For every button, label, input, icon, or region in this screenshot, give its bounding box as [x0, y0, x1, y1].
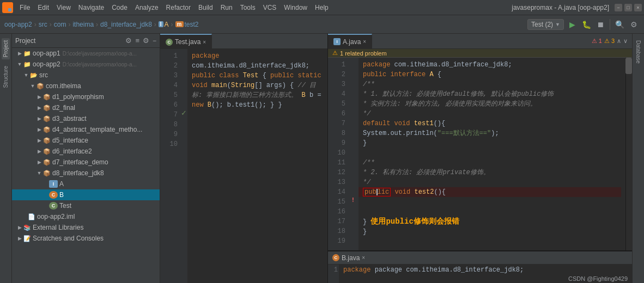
- right-scrollbar[interactable]: [625, 58, 632, 250]
- breadcrumb-src[interactable]: src: [39, 21, 47, 28]
- menu-build[interactable]: Build: [195, 3, 216, 13]
- tree-item-d6[interactable]: ▶ 📦 d6_interface2: [12, 146, 160, 157]
- breadcrumb-test2[interactable]: test2: [185, 21, 199, 28]
- app-logo: [2, 2, 13, 13]
- minimize-button[interactable]: −: [615, 4, 622, 11]
- left-line-numbers: 12345 678910: [160, 49, 180, 283]
- tree-item-Test[interactable]: C Test: [12, 200, 160, 211]
- menu-vcs[interactable]: VCS: [260, 3, 280, 13]
- b-java-content: 1 package package com.itheima.d8_interfa…: [328, 264, 632, 283]
- right-gutter: !: [348, 58, 359, 250]
- top-toolbar: oop-app2 › src › com › itheima › d8_inte…: [0, 15, 644, 34]
- left-sidebar: Project Structure: [0, 34, 12, 283]
- tree-item-d5[interactable]: ▶ 📦 d5_interface: [12, 135, 160, 146]
- b-java-tab-bar: C B.java ×: [328, 251, 632, 264]
- tree-item-oop-app2[interactable]: ▼ 📁 oop-app2 D:\code\javasepromax\oop-a.…: [12, 59, 160, 70]
- menu-refactor[interactable]: Refactor: [163, 3, 194, 13]
- stop-button[interactable]: ⏹: [594, 19, 606, 30]
- csdn-watermark: CSDN @Fighting0429: [564, 274, 632, 283]
- scrollbar-thumb: [625, 58, 632, 74]
- tree-item-d1[interactable]: ▶ 📦 d1_polymorphism: [12, 91, 160, 102]
- menu-bar: File Edit View Navigate Code Analyze Ref…: [0, 0, 644, 15]
- settings-icon[interactable]: ⚙: [143, 36, 149, 45]
- tree-item-B[interactable]: C B: [12, 189, 160, 200]
- tree-item-scratches[interactable]: ▶ 📝 Scratches and Consoles: [12, 233, 160, 244]
- right-code-body[interactable]: package com.itheima.d8_interface_jdk8; p…: [359, 58, 625, 250]
- tree-item-oop-app1[interactable]: ▶ 📁 oop-app1 D:\code\javasepromax\oop-a.…: [12, 48, 160, 59]
- menu-file[interactable]: File: [16, 3, 33, 13]
- menu-help[interactable]: Help: [312, 3, 332, 13]
- breadcrumb-oop-app2[interactable]: oop-app2: [4, 21, 32, 28]
- menu-code[interactable]: Code: [108, 3, 131, 13]
- window-title: javasepromax - A.java [oop-app2]: [512, 4, 609, 11]
- b-java-tab[interactable]: C B.java ×: [332, 254, 365, 262]
- error-warning-counts: ⚠ 1 ⚠ 3 ∧ ∨: [592, 38, 632, 45]
- database-tab[interactable]: Database: [634, 38, 642, 66]
- left-editor-content: 12345 678910 ✓ package com.itheima.d8_in…: [160, 49, 327, 283]
- run-button[interactable]: ▶: [566, 19, 578, 30]
- b-java-code[interactable]: package package com.itheima.d8_interface…: [339, 264, 564, 283]
- right-line-numbers: 12345 678910 1112131415 16171819: [328, 58, 348, 250]
- maximize-button[interactable]: □: [624, 4, 632, 11]
- svg-rect-2: [4, 8, 7, 11]
- run-config-label: Test (2): [531, 21, 553, 28]
- breadcrumb-d8[interactable]: d8_interface_jdk8: [100, 21, 152, 28]
- svg-rect-0: [4, 4, 7, 7]
- tree-item-src[interactable]: ▼ 📂 src: [12, 70, 160, 81]
- breadcrumb-A[interactable]: A: [165, 21, 169, 28]
- svg-rect-1: [8, 4, 11, 7]
- tree-item-ext-libs[interactable]: ▶ 📚 External Libraries: [12, 222, 160, 233]
- svg-rect-3: [8, 8, 11, 11]
- menu-navigate[interactable]: Navigate: [75, 3, 107, 13]
- tree-item-d3[interactable]: ▶ 📦 d3_abstract: [12, 113, 160, 124]
- right-editor-tabs: I A.java × ⚠ 1 ⚠ 3 ∧ ∨: [328, 34, 632, 49]
- menu-run[interactable]: Run: [217, 3, 236, 13]
- search-button[interactable]: 🔍: [613, 19, 625, 30]
- tree-item-A[interactable]: I A: [12, 179, 160, 189]
- left-gutter: ✓: [180, 49, 187, 283]
- close-button[interactable]: ×: [634, 4, 642, 11]
- tree-item-d8[interactable]: ▼ 📦 d8_interface_jdk8: [12, 168, 160, 179]
- left-editor-tabs: C Test.java ×: [160, 34, 327, 49]
- settings-button[interactable]: ⚙: [628, 19, 640, 30]
- a-java-tab[interactable]: I A.java ×: [328, 34, 372, 49]
- test-java-tab[interactable]: C Test.java ×: [160, 34, 212, 49]
- sync-icon[interactable]: ⚙: [125, 36, 132, 45]
- project-panel-title: Project: [15, 37, 122, 45]
- menu-analyze[interactable]: Analyze: [132, 3, 162, 13]
- right-sidebar: Database: [632, 34, 644, 283]
- problem-bar: ⚠ 1 related problem: [328, 49, 632, 58]
- tree-item-iml[interactable]: 📄 oop-app2.iml: [12, 211, 160, 222]
- left-code-body[interactable]: package com.itheima.d8_interface_jdk8; p…: [187, 49, 327, 283]
- run-config-selector[interactable]: Test (2) ▼: [527, 19, 564, 30]
- expand-icon[interactable]: ≡: [135, 36, 139, 45]
- tree-item-d4[interactable]: ▶ 📦 d4_abstract_template_metho...: [12, 124, 160, 135]
- breadcrumb-itheima[interactable]: itheima: [72, 21, 94, 28]
- project-panel: Project ⚙ ≡ ⚙ − ▶ 📁 oop-app1 D:\code\jav…: [12, 34, 160, 283]
- menu-edit[interactable]: Edit: [34, 3, 52, 13]
- left-editor-panel: C Test.java × 12345 678910 ✓ package com…: [160, 34, 328, 283]
- project-panel-header: Project ⚙ ≡ ⚙ −: [12, 34, 160, 48]
- tree-item-com-itheima[interactable]: ▼ 📦 com.itheima: [12, 81, 160, 91]
- tree-item-d7[interactable]: ▶ 📦 d7_interface_demo: [12, 157, 160, 168]
- menu-view[interactable]: View: [53, 3, 74, 13]
- project-tree: ▶ 📁 oop-app1 D:\code\javasepromax\oop-a.…: [12, 48, 160, 283]
- breadcrumb-com[interactable]: com: [54, 21, 66, 28]
- bottom-sub-editor: C B.java × 1 package package com.itheima…: [328, 250, 632, 283]
- menu-tools[interactable]: Tools: [237, 3, 259, 13]
- right-editor-panel: I A.java × ⚠ 1 ⚠ 3 ∧ ∨ ⚠ 1 related probl…: [328, 34, 632, 283]
- menu-window[interactable]: Window: [281, 3, 311, 13]
- structure-tab[interactable]: Structure: [2, 64, 10, 90]
- project-tab[interactable]: Project: [2, 38, 10, 59]
- debug-button[interactable]: 🐛: [580, 19, 592, 30]
- tree-item-d2[interactable]: ▶ 📦 d2_final: [12, 102, 160, 113]
- right-editor-code-area: 12345 678910 1112131415 16171819 ! packa…: [328, 58, 632, 250]
- hide-panel-icon[interactable]: −: [153, 37, 156, 45]
